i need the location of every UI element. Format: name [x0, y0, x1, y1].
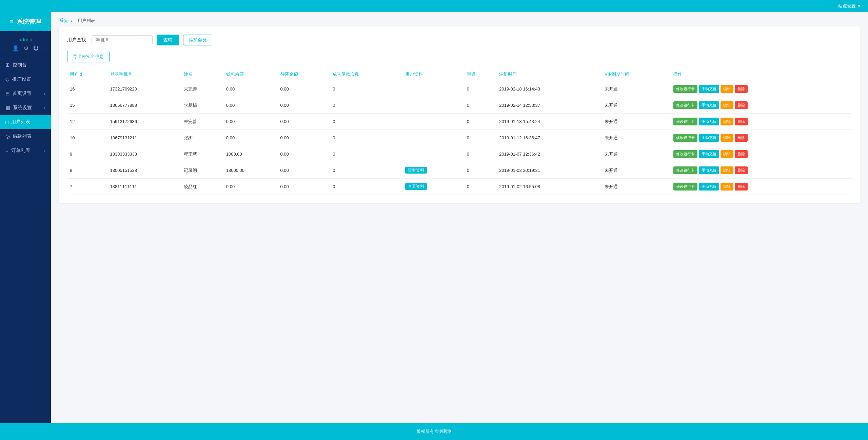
- edit-bank-button[interactable]: 修改银行卡: [673, 134, 697, 142]
- cell-reg-time: 2019-01-03 20:19:31: [496, 162, 602, 179]
- edit-user-button[interactable]: 编辑: [721, 134, 733, 142]
- manual-recharge-button[interactable]: 手动充值: [699, 101, 719, 109]
- nav-arrow-loans: ›: [44, 134, 45, 138]
- cell-profile: [402, 130, 464, 146]
- nav-item-left: ▦ 系统设置: [5, 105, 32, 111]
- nav-label-homepage: 首页设置: [13, 91, 32, 97]
- col-header: 用户资料: [402, 68, 464, 81]
- table-row: 713811111111凌品红0.000.000查看资料02019-01-02 …: [67, 179, 852, 195]
- cell-profile[interactable]: 查看资料: [402, 179, 464, 195]
- cell-phone: 13811111111: [107, 179, 181, 195]
- footer-copyright: 版权所有 ©测测测: [416, 428, 452, 435]
- sidebar-item-users[interactable]: □ 用户列表 ›: [0, 115, 51, 129]
- cell-id[interactable]: 8: [67, 162, 107, 179]
- delete-user-button[interactable]: 删除: [735, 134, 748, 142]
- cell-balance: 18000.00: [223, 162, 278, 179]
- sidebar: ≡ 系统管理 admin 👤 ⚙ ⏻ ⊞ 控制台 ◇ 推广设置 › ⊟ 首页设置…: [0, 12, 51, 423]
- cell-pending: 0.00: [278, 162, 330, 179]
- cell-id[interactable]: 16: [67, 81, 107, 97]
- nav-icon-orders: ≡: [5, 148, 8, 154]
- cell-profile[interactable]: 查看资料: [402, 162, 464, 179]
- delete-user-button[interactable]: 删除: [735, 150, 748, 158]
- view-profile-badge[interactable]: 查看资料: [405, 167, 427, 174]
- cell-reg-time: 2019-01-13 15:43:24: [496, 114, 602, 130]
- sidebar-item-loans[interactable]: ◎ 借款列表 ›: [0, 129, 51, 143]
- delete-user-button[interactable]: 删除: [735, 85, 748, 93]
- manual-recharge-button[interactable]: 手动充值: [699, 150, 719, 158]
- cell-id[interactable]: 15: [67, 97, 107, 114]
- edit-bank-button[interactable]: 修改银行卡: [673, 150, 697, 158]
- settings-icon[interactable]: ⚙: [24, 45, 28, 52]
- cell-pending: 0.00: [278, 97, 330, 114]
- export-button[interactable]: 导出未实名信息: [67, 51, 110, 62]
- view-profile-badge[interactable]: 查看资料: [405, 183, 427, 190]
- edit-user-button[interactable]: 编辑: [721, 166, 733, 174]
- add-member-button[interactable]: 添加会员: [183, 35, 212, 45]
- manual-recharge-button[interactable]: 手动充值: [699, 134, 719, 142]
- cell-actions: 修改银行卡手动充值编辑删除: [671, 162, 852, 179]
- edit-bank-button[interactable]: 修改银行卡: [673, 166, 697, 174]
- cell-id[interactable]: 7: [67, 179, 107, 195]
- cell-vip-expire: 未开通: [602, 81, 670, 97]
- delete-user-button[interactable]: 删除: [735, 101, 748, 109]
- profile-icon[interactable]: 👤: [12, 45, 19, 52]
- edit-bank-button[interactable]: 修改银行卡: [673, 183, 697, 191]
- nav-icon-loans: ◎: [5, 133, 10, 139]
- cell-id[interactable]: 12: [67, 114, 107, 130]
- nav-item-left: ≡ 订单列表: [5, 147, 30, 154]
- main-content: 系统 / 用户列表 用户查找: 查询 添加会员 导出未实名信息 用户id登录手机…: [51, 12, 868, 423]
- edit-user-button[interactable]: 编辑: [721, 118, 733, 125]
- cell-actions: 修改银行卡手动充值编辑删除: [671, 179, 852, 195]
- nav-icon-promotion: ◇: [5, 76, 9, 82]
- cell-actions: 修改银行卡手动充值编辑删除: [671, 130, 852, 146]
- sidebar-item-homepage[interactable]: ⊟ 首页设置 ›: [0, 86, 51, 101]
- cell-reg-time: 2019-02-18 16:14:43: [496, 81, 602, 97]
- cell-channel: 0: [464, 114, 497, 130]
- cell-actions: 修改银行卡手动充值编辑删除: [671, 97, 852, 114]
- nav-arrow-users: ›: [44, 120, 45, 124]
- edit-user-button[interactable]: 编辑: [721, 85, 733, 93]
- cell-reg-time: 2019-01-12 16:36:47: [496, 130, 602, 146]
- sidebar-item-dashboard[interactable]: ⊞ 控制台: [0, 58, 51, 72]
- nav-arrow-promotion: ›: [44, 77, 45, 81]
- logout-icon[interactable]: ⏻: [33, 45, 39, 52]
- cell-id[interactable]: 10: [67, 130, 107, 146]
- table-row: 1513666777888李易橘0.000.00002019-02-14 12:…: [67, 97, 852, 114]
- sidebar-item-promotion[interactable]: ◇ 推广设置 ›: [0, 72, 51, 86]
- manual-recharge-button[interactable]: 手动充值: [699, 183, 719, 191]
- edit-user-button[interactable]: 编辑: [721, 150, 733, 158]
- edit-user-button[interactable]: 编辑: [721, 183, 733, 191]
- col-header: 用户id: [67, 68, 107, 81]
- edit-bank-button[interactable]: 修改银行卡: [673, 118, 697, 125]
- cell-name: 凌品红: [181, 179, 223, 195]
- nav-label-orders: 订单列表: [11, 147, 30, 154]
- cell-actions: 修改银行卡手动充值编辑删除: [671, 114, 852, 130]
- cell-balance: 0.00: [223, 130, 278, 146]
- search-button[interactable]: 查询: [157, 35, 179, 45]
- delete-user-button[interactable]: 删除: [735, 118, 748, 125]
- search-input[interactable]: [92, 35, 153, 45]
- edit-bank-button[interactable]: 修改银行卡: [673, 85, 697, 93]
- manual-recharge-button[interactable]: 手动充值: [699, 166, 719, 174]
- edit-bank-button[interactable]: 修改银行卡: [673, 101, 697, 109]
- delete-user-button[interactable]: 删除: [735, 183, 748, 191]
- manual-recharge-button[interactable]: 手动充值: [699, 85, 719, 93]
- col-header: 成功借款次数: [330, 68, 402, 81]
- sidebar-item-system[interactable]: ▦ 系统设置 ›: [0, 101, 51, 115]
- edit-user-button[interactable]: 编辑: [721, 101, 733, 109]
- delete-user-button[interactable]: 删除: [735, 166, 748, 174]
- manual-recharge-button[interactable]: 手动充值: [699, 118, 719, 125]
- site-settings-button[interactable]: 站点设置 ▼: [838, 3, 861, 9]
- cell-id[interactable]: 9: [67, 146, 107, 162]
- top-bar: 站点设置 ▼: [0, 0, 868, 12]
- table-row: 1617321709220未完善0.000.00002019-02-18 16:…: [67, 81, 852, 97]
- menu-toggle-icon[interactable]: ≡: [10, 18, 14, 25]
- sidebar-item-orders[interactable]: ≡ 订单列表 ›: [0, 143, 51, 158]
- nav-item-left: ◎ 借款列表: [5, 133, 32, 139]
- breadcrumb-system-link[interactable]: 系统: [59, 18, 68, 23]
- cell-name: 记录朗: [181, 162, 223, 179]
- cell-pending: 0.00: [278, 130, 330, 146]
- table-row: 818005151538记录朗18000.000.000查看资料02019-01…: [67, 162, 852, 179]
- cell-vip-expire: 未开通: [602, 162, 670, 179]
- search-row: 用户查找: 查询 添加会员: [67, 35, 852, 45]
